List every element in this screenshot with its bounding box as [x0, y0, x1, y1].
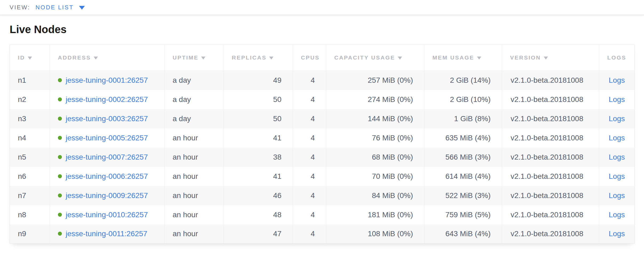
logs-link[interactable]: Logs: [609, 230, 625, 238]
logs-link[interactable]: Logs: [609, 191, 625, 200]
column-header-address[interactable]: ADDRESS: [50, 45, 165, 71]
logs-link[interactable]: Logs: [609, 76, 625, 84]
cell-address: jesse-tuning-0003:26257: [50, 109, 165, 128]
cell-id: n2: [10, 90, 50, 109]
cell-id: n4: [10, 128, 50, 148]
column-header-cpus: CPUS: [293, 45, 326, 71]
cell-uptime: a day: [165, 71, 224, 90]
cell-id: n6: [10, 167, 50, 186]
main-content: Live Nodes IDADDRESSUPTIMEREPLICASCPUSCA…: [0, 23, 644, 244]
cell-replicas: 49: [224, 71, 293, 90]
column-header-label: MEM USAGE: [432, 54, 474, 61]
column-header-mem_usage[interactable]: MEM USAGE: [424, 45, 502, 71]
cell-id: n9: [10, 224, 50, 244]
cell-version: v2.1.0-beta.20181008: [502, 109, 599, 128]
node-address-link[interactable]: jesse-tuning-0007:26257: [66, 153, 148, 161]
node-address-link[interactable]: jesse-tuning-0010:26257: [66, 211, 148, 219]
column-header-label: ADDRESS: [58, 54, 91, 61]
table-body: n1jesse-tuning-0001:26257a day494257 MiB…: [10, 71, 635, 244]
column-header-uptime[interactable]: UPTIME: [165, 45, 224, 71]
view-dropdown[interactable]: NODE LIST: [35, 4, 85, 11]
node-live-status-icon: [58, 193, 62, 197]
logs-link[interactable]: Logs: [609, 153, 625, 161]
node-address-link[interactable]: jesse-tuning-0011:26257: [66, 230, 147, 238]
column-header-id[interactable]: ID: [10, 45, 50, 71]
column-header-replicas[interactable]: REPLICAS: [224, 45, 293, 71]
table-header-row: IDADDRESSUPTIMEREPLICASCPUSCAPACITY USAG…: [10, 45, 635, 71]
column-header-capacity_usage[interactable]: CAPACITY USAGE: [326, 45, 424, 71]
column-header-label: CPUS: [301, 54, 320, 61]
column-header-version[interactable]: VERSION: [502, 45, 599, 71]
node-live-status-icon: [58, 117, 62, 121]
cell-address: jesse-tuning-0005:26257: [50, 128, 165, 148]
sort-desc-icon: [201, 57, 205, 60]
sort-desc-icon: [94, 57, 98, 60]
cell-capacity_usage: 257 MiB (0%): [326, 71, 424, 90]
node-address-link[interactable]: jesse-tuning-0009:26257: [66, 191, 148, 200]
node-live-status-icon: [58, 155, 62, 159]
cell-mem_usage: 2 GiB (14%): [424, 71, 502, 90]
cell-address: jesse-tuning-0002:26257: [50, 90, 165, 109]
column-header-label: UPTIME: [173, 54, 198, 61]
column-header-label: CAPACITY USAGE: [334, 54, 395, 61]
node-address-link[interactable]: jesse-tuning-0002:26257: [66, 95, 148, 104]
node-address-link[interactable]: jesse-tuning-0006:26257: [66, 172, 148, 180]
cell-capacity_usage: 274 MiB (0%): [326, 90, 424, 109]
cell-uptime: an hour: [165, 148, 224, 167]
cell-version: v2.1.0-beta.20181008: [502, 71, 599, 90]
cell-logs: Logs: [599, 90, 635, 109]
node-live-status-icon: [58, 136, 62, 140]
table-row-n5: n5jesse-tuning-0007:26257an hour38468 Mi…: [10, 148, 635, 167]
logs-link[interactable]: Logs: [609, 172, 625, 180]
cell-logs: Logs: [599, 109, 635, 128]
node-address-link[interactable]: jesse-tuning-0005:26257: [66, 134, 148, 142]
cell-capacity_usage: 144 MiB (0%): [326, 109, 424, 128]
cell-cpus: 4: [293, 186, 326, 205]
cell-id: n3: [10, 109, 50, 128]
node-live-status-icon: [58, 232, 62, 236]
logs-link[interactable]: Logs: [609, 134, 625, 142]
cell-mem_usage: 614 MiB (4%): [424, 167, 502, 186]
cell-cpus: 4: [293, 167, 326, 186]
cell-logs: Logs: [599, 186, 635, 205]
view-dropdown-value: NODE LIST: [35, 4, 74, 11]
cell-capacity_usage: 84 MiB (0%): [326, 186, 424, 205]
cell-uptime: an hour: [165, 224, 224, 244]
column-header-logs: LOGS: [599, 45, 635, 71]
logs-link[interactable]: Logs: [609, 95, 625, 104]
cell-mem_usage: 1 GiB (8%): [424, 109, 502, 128]
sort-desc-icon: [398, 57, 402, 60]
cell-version: v2.1.0-beta.20181008: [502, 148, 599, 167]
column-header-label: LOGS: [607, 54, 626, 61]
cell-capacity_usage: 108 MiB (0%): [326, 224, 424, 244]
cell-cpus: 4: [293, 224, 326, 244]
cell-address: jesse-tuning-0011:26257: [50, 224, 165, 244]
node-address-link[interactable]: jesse-tuning-0001:26257: [66, 76, 148, 84]
cell-logs: Logs: [599, 224, 635, 244]
cell-logs: Logs: [599, 71, 635, 90]
logs-link[interactable]: Logs: [609, 211, 625, 219]
cell-uptime: a day: [165, 109, 224, 128]
cell-mem_usage: 643 MiB (4%): [424, 224, 502, 244]
cell-cpus: 4: [293, 128, 326, 148]
cell-logs: Logs: [599, 167, 635, 186]
page-title: Live Nodes: [10, 23, 634, 35]
cell-address: jesse-tuning-0007:26257: [50, 148, 165, 167]
cell-address: jesse-tuning-0009:26257: [50, 186, 165, 205]
cell-version: v2.1.0-beta.20181008: [502, 167, 599, 186]
cell-cpus: 4: [293, 205, 326, 224]
table-row-n8: n8jesse-tuning-0010:26257an hour484181 M…: [10, 205, 635, 224]
cell-version: v2.1.0-beta.20181008: [502, 224, 599, 244]
cell-id: n1: [10, 71, 50, 90]
cell-address: jesse-tuning-0001:26257: [50, 71, 165, 90]
node-address-link[interactable]: jesse-tuning-0003:26257: [66, 114, 148, 123]
cell-replicas: 50: [224, 90, 293, 109]
cell-logs: Logs: [599, 128, 635, 148]
node-live-status-icon: [58, 78, 62, 82]
cell-logs: Logs: [599, 148, 635, 167]
logs-link[interactable]: Logs: [609, 114, 625, 123]
table-row-n4: n4jesse-tuning-0005:26257an hour41476 Mi…: [10, 128, 635, 148]
node-live-status-icon: [58, 213, 62, 217]
cell-uptime: a day: [165, 90, 224, 109]
cell-mem_usage: 566 MiB (3%): [424, 148, 502, 167]
